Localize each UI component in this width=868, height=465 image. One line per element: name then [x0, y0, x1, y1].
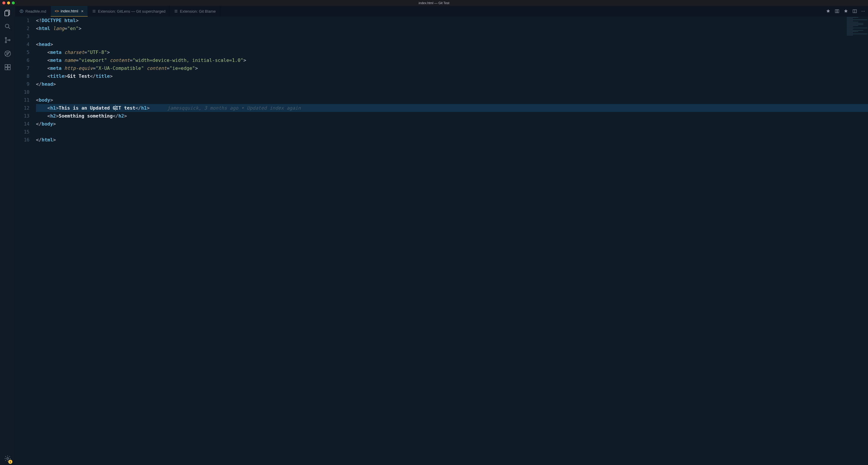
svg-point-5	[5, 41, 6, 43]
minimap[interactable]	[847, 17, 867, 46]
more-actions-icon[interactable]: ···	[861, 8, 865, 14]
code-line[interactable]: <title>Git Test</title>	[36, 72, 868, 80]
text-cursor	[115, 105, 116, 111]
line-number: 6	[16, 56, 30, 64]
code-line[interactable]	[36, 32, 868, 40]
line-number: 16	[16, 136, 30, 144]
svg-rect-27	[835, 10, 837, 13]
line-gutter: 12345678910111213141516	[16, 16, 36, 465]
compare-changes-icon[interactable]	[835, 9, 839, 13]
explorer-icon[interactable]	[3, 9, 12, 17]
line-number: 9	[16, 80, 30, 88]
line-number: 1	[16, 16, 30, 25]
close-window-icon[interactable]	[2, 1, 5, 4]
line-number: 15	[16, 128, 30, 136]
svg-point-4	[5, 37, 6, 39]
line-number: 5	[16, 48, 30, 56]
line-number: 3	[16, 32, 30, 40]
close-tab-icon[interactable]: ×	[81, 9, 84, 13]
line-number: 8	[16, 72, 30, 80]
code-line[interactable]: <meta http-equiv="X-UA-Compatible" conte…	[36, 64, 868, 72]
line-number: 13	[16, 112, 30, 120]
code-line[interactable]: <meta name="viewport" content="width=dev…	[36, 56, 868, 64]
settings-icon[interactable]: 1	[3, 454, 12, 463]
tab-bar: ReadMe.md <> index.html × Extension: Git…	[16, 6, 868, 16]
tab-gitlens-ext[interactable]: Extension: GitLens — Git supercharged	[88, 6, 170, 16]
svg-line-3	[8, 27, 10, 29]
line-number: 7	[16, 64, 30, 72]
search-icon[interactable]	[3, 23, 12, 31]
tab-label: Extension: GitLens — Git supercharged	[98, 9, 165, 13]
tab-label: index.html	[61, 9, 78, 13]
code-line[interactable]: <h2>Soemthing something</h2>	[36, 112, 868, 120]
code-line[interactable]: <h1>This is an Updated GIT test</h1>jame…	[36, 104, 868, 112]
settings-badge: 1	[8, 460, 12, 464]
svg-rect-16	[8, 65, 10, 67]
svg-point-17	[7, 458, 8, 459]
code-line[interactable]	[36, 88, 868, 96]
gitlens-toggle-icon[interactable]	[826, 9, 831, 13]
split-editor-icon[interactable]	[852, 9, 857, 13]
code-line[interactable]: <body>	[36, 96, 868, 104]
svg-point-6	[9, 39, 10, 41]
svg-point-2	[5, 24, 9, 28]
list-icon	[174, 9, 178, 13]
line-number: 12	[16, 104, 30, 112]
svg-rect-13	[5, 65, 7, 67]
debug-icon[interactable]	[3, 49, 12, 58]
svg-rect-15	[8, 67, 10, 70]
svg-rect-1	[5, 11, 8, 16]
code-line[interactable]: <head>	[36, 40, 868, 48]
window-controls	[0, 1, 15, 4]
code-editor[interactable]: 12345678910111213141516 <!DOCTYPE html><…	[16, 16, 868, 465]
code-area[interactable]: <!DOCTYPE html><html lang="en"> <head> <…	[36, 16, 868, 465]
open-changes-icon[interactable]	[843, 9, 848, 13]
extensions-icon[interactable]	[3, 63, 12, 71]
code-icon: <>	[55, 9, 59, 13]
tab-label: Extension: Git Blame	[180, 9, 216, 13]
line-number: 4	[16, 40, 30, 48]
line-number: 11	[16, 96, 30, 104]
window-title: index.html — Git Test	[418, 1, 450, 5]
source-control-icon[interactable]	[3, 36, 12, 44]
code-line[interactable]: </body>	[36, 120, 868, 128]
code-line[interactable]: </head>	[36, 80, 868, 88]
tab-label: ReadMe.md	[25, 9, 46, 13]
svg-rect-14	[5, 67, 7, 70]
gitlens-blame-annotation: jamesqquick, 3 months ago • Updated inde…	[167, 105, 301, 111]
tab-gitblame-ext[interactable]: Extension: Git Blame	[170, 6, 220, 16]
minimize-window-icon[interactable]	[7, 1, 10, 4]
line-number: 10	[16, 88, 30, 96]
window-titlebar: index.html — Git Test	[0, 0, 868, 6]
code-line[interactable]: <meta charset="UTF-8">	[36, 48, 868, 56]
info-icon	[20, 9, 24, 13]
maximize-window-icon[interactable]	[12, 1, 15, 4]
tab-readme[interactable]: ReadMe.md	[16, 6, 51, 16]
list-icon	[92, 9, 96, 13]
svg-rect-28	[837, 10, 838, 13]
code-line[interactable]: <html lang="en">	[36, 25, 868, 32]
code-line[interactable]: </html>	[36, 136, 868, 144]
svg-point-20	[21, 10, 22, 11]
line-number: 2	[16, 25, 30, 32]
code-line[interactable]	[36, 128, 868, 136]
line-number: 14	[16, 120, 30, 128]
activity-bar: 1	[0, 6, 16, 465]
tab-index-html[interactable]: <> index.html ×	[51, 6, 88, 16]
code-line[interactable]: <!DOCTYPE html>	[36, 16, 868, 25]
tab-actions: ···	[826, 6, 868, 16]
